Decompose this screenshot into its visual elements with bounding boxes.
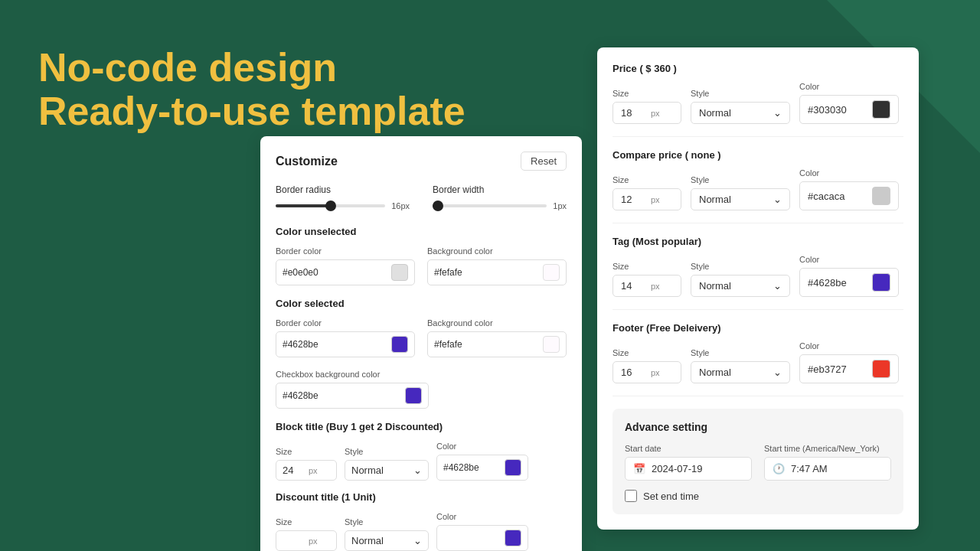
discount-color-label: Color <box>436 512 528 521</box>
block-color-swatch[interactable] <box>505 459 521 476</box>
unselected-bg-input[interactable] <box>434 267 538 278</box>
compare-size-input[interactable] <box>621 194 648 205</box>
start-date-col: Start date 📅 2024-07-19 <box>625 444 752 481</box>
discount-style-select[interactable]: Normal ⌄ <box>345 530 429 551</box>
tag-color-col: Color #4628be <box>799 255 899 297</box>
price-style-col: Style Normal ⌄ <box>691 89 790 124</box>
compare-price-title: Compare price ( none ) <box>612 149 903 161</box>
customize-title: Customize <box>276 155 338 168</box>
tag-size-label: Size <box>612 262 681 271</box>
footer-style-value: Normal <box>699 367 731 378</box>
border-width-thumb[interactable] <box>433 201 443 211</box>
selected-border-field: Border color <box>276 318 415 357</box>
tag-color-label: Color <box>799 255 899 264</box>
unselected-border-label: Border color <box>276 246 415 256</box>
block-color-input[interactable] <box>443 462 500 473</box>
tag-style-select[interactable]: Normal ⌄ <box>691 275 790 297</box>
discount-title-label: Discount title (1 Unit) <box>276 491 567 503</box>
discount-color-input[interactable] <box>443 533 500 543</box>
compare-color-col: Color #cacaca <box>799 168 899 210</box>
tag-title: Tag (Most popular) <box>612 236 903 247</box>
footer-size-input-wrap: px <box>612 361 681 383</box>
selected-border-label: Border color <box>276 318 415 328</box>
price-color-label: Color <box>799 82 899 91</box>
compare-style-label: Style <box>691 175 790 184</box>
tag-color-swatch[interactable] <box>872 273 890 292</box>
start-date-label: Start date <box>625 444 752 453</box>
unselected-border-swatch[interactable] <box>391 264 408 281</box>
clock-icon: 🕐 <box>773 463 785 474</box>
selected-bg-swatch[interactable] <box>543 336 560 353</box>
price-size-col: Size px <box>612 89 681 124</box>
unselected-bg-swatch[interactable] <box>543 264 560 281</box>
block-size-input[interactable] <box>283 465 305 476</box>
set-end-time-label[interactable]: Set end time <box>643 491 699 502</box>
selected-bg-input[interactable] <box>434 339 538 350</box>
tag-size-input[interactable] <box>621 280 648 292</box>
selected-border-input[interactable] <box>283 339 387 350</box>
unselected-border-input[interactable] <box>283 267 387 278</box>
price-size-label: Size <box>612 89 681 98</box>
discount-color-input-wrap <box>436 525 528 551</box>
start-date-value[interactable]: 2024-07-19 <box>652 463 703 474</box>
border-radius-group: Border radius 16px <box>276 184 410 210</box>
compare-style-col: Style Normal ⌄ <box>691 175 790 210</box>
reset-button[interactable]: Reset <box>521 152 567 171</box>
compare-style-select[interactable]: Normal ⌄ <box>691 188 790 210</box>
compare-color-swatch[interactable] <box>872 187 890 205</box>
start-time-col: Start time (America/New_York) 🕐 7:47 AM <box>764 444 891 481</box>
hero-line1: No-code design <box>38 46 466 90</box>
border-radius-thumb[interactable] <box>325 201 336 211</box>
price-size-input-wrap: px <box>612 102 681 124</box>
footer-style-select[interactable]: Normal ⌄ <box>691 361 790 383</box>
selected-border-swatch[interactable] <box>391 336 408 353</box>
block-style-value: Normal <box>351 465 384 476</box>
tag-chevron-icon: ⌄ <box>773 280 782 292</box>
start-time-label: Start time (America/New_York) <box>764 444 891 453</box>
discount-size-label: Size <box>276 517 337 527</box>
price-color-col: Color #303030 <box>799 82 899 124</box>
set-end-time-row: Set end time <box>625 490 891 502</box>
color-unselected-row: Border color Background color <box>276 246 567 285</box>
footer-size-input[interactable] <box>621 367 648 378</box>
price-size-input[interactable] <box>621 107 648 119</box>
border-radius-track[interactable] <box>276 204 385 207</box>
selected-border-input-wrap <box>276 331 415 357</box>
price-style-label: Style <box>691 89 790 98</box>
footer-color-swatch[interactable] <box>872 360 890 378</box>
discount-title-section: Discount title (1 Unit) Size px Style No… <box>276 491 567 551</box>
footer-style-col: Style Normal ⌄ <box>691 348 790 383</box>
compare-price-section: Compare price ( none ) Size px Style Nor… <box>612 149 903 223</box>
border-width-label: Border width <box>433 184 567 195</box>
border-width-track[interactable] <box>433 204 547 207</box>
footer-color-col: Color #eb3727 <box>799 341 899 383</box>
border-radius-label: Border radius <box>276 184 410 195</box>
advance-date-row: Start date 📅 2024-07-19 Start time (Amer… <box>625 444 891 481</box>
start-time-value[interactable]: 7:47 AM <box>791 463 828 474</box>
calendar-icon: 📅 <box>633 463 645 474</box>
discount-size-input[interactable] <box>283 535 305 546</box>
border-width-group: Border width 1px <box>433 184 567 210</box>
compare-size-col: Size px <box>612 175 681 210</box>
customize-panel: Customize Reset Border radius 16px Borde… <box>260 136 582 551</box>
checkbox-bg-label: Checkbox background color <box>276 370 567 379</box>
set-end-time-checkbox[interactable] <box>625 490 637 502</box>
footer-row: Size px Style Normal ⌄ Color #eb3727 <box>612 341 903 383</box>
block-color-label: Color <box>436 442 528 451</box>
checkbox-bg-input[interactable] <box>283 390 400 401</box>
price-style-select[interactable]: Normal ⌄ <box>691 102 790 124</box>
border-radius-slider-row: 16px <box>276 201 410 210</box>
discount-color-col: Color <box>436 512 528 551</box>
block-style-select[interactable]: Normal ⌄ <box>345 460 429 481</box>
price-color-swatch[interactable] <box>872 100 890 119</box>
discount-color-swatch[interactable] <box>505 530 521 546</box>
checkbox-bg-swatch[interactable] <box>405 387 422 404</box>
block-title-label: Block title (Buy 1 get 2 Discounted) <box>276 421 567 432</box>
color-unselected-title: Color unselected <box>276 226 567 237</box>
compare-size-unit: px <box>651 195 660 204</box>
discount-size-col: Size px <box>276 517 337 551</box>
compare-color-input-wrap: #cacaca <box>799 181 899 210</box>
compare-price-row: Size px Style Normal ⌄ Color #cacaca <box>612 168 903 210</box>
advance-setting-panel: Advance setting Start date 📅 2024-07-19 … <box>612 409 903 514</box>
compare-color-value: #cacaca <box>808 191 866 202</box>
